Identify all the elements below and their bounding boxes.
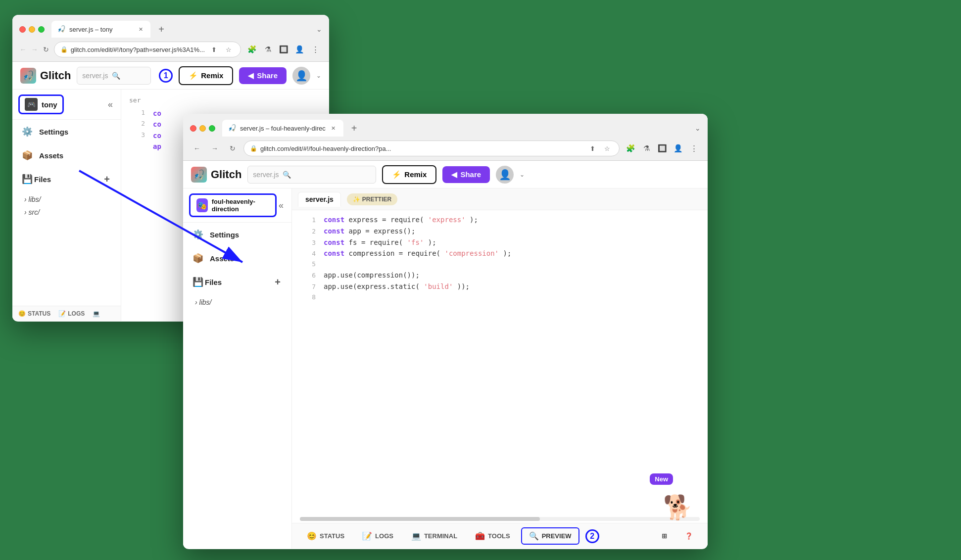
forward-button-w1[interactable]: → — [31, 43, 38, 56]
share-address-w1[interactable]: ⬆ — [208, 44, 220, 55]
glitch-logo-w2[interactable]: 🎣 Glitch — [191, 167, 241, 183]
address-text-w1: glitch.com/edit/#!/tony?path=server.js%3… — [71, 46, 205, 53]
code-line-6-w2: 6 app.use(compression()); — [292, 270, 708, 281]
terminal-button-w2[interactable]: 💻 TERMINAL — [404, 528, 464, 544]
maximize-button-w2[interactable] — [209, 125, 215, 132]
tab-title-w2: server.js – foul-heavenly-direc — [240, 125, 326, 132]
profile-w2[interactable]: 👤 — [671, 141, 685, 155]
bottom-bar-w2: 😊 STATUS 📝 LOGS 💻 TERMINAL 🧰 TOOLS — [292, 523, 708, 549]
tools-button-w2[interactable]: 🧰 TOOLS — [468, 528, 517, 544]
menu-w2[interactable]: ⋮ — [687, 141, 701, 155]
extensions-w1[interactable]: 🧩 — [245, 43, 259, 56]
new-tab-button-w2[interactable]: + — [347, 121, 361, 135]
avatar-chevron-w2[interactable]: ⌄ — [520, 171, 525, 178]
search-bar-w1[interactable]: server.js 🔍 — [77, 67, 151, 85]
add-file-button-w1[interactable]: + — [101, 173, 113, 185]
share-address-w2[interactable]: ⬆ — [586, 142, 598, 154]
sidebar-w1: 🎮 tony « ⚙️ Settings 📦 Assets 💾 Files + — [12, 90, 121, 321]
sidebar-item-assets-w1[interactable]: 📦 Assets — [12, 143, 121, 167]
profile-w1[interactable]: 👤 — [292, 43, 306, 56]
extensions-w2[interactable]: 🧩 — [624, 141, 637, 155]
menu-w1[interactable]: ⋮ — [308, 43, 322, 56]
step-number-1: 1 — [159, 69, 173, 83]
maximize-button-w1[interactable] — [38, 26, 45, 33]
user-avatar-w2[interactable]: 👤 — [496, 166, 514, 184]
close-button-w2[interactable] — [190, 125, 196, 132]
grid-icon-w2: ⊞ — [662, 532, 667, 540]
reload-button-w1[interactable]: ↻ — [42, 43, 49, 56]
tab-close-w2[interactable]: ✕ — [330, 124, 337, 132]
tab-search-w1[interactable]: 🔲 — [277, 43, 290, 56]
terminal-button-w1[interactable]: 💻 — [93, 310, 100, 317]
browser-tab-w1[interactable]: 🎣 server.js – tony ✕ — [51, 21, 150, 38]
code-content-6-w2: app.use(compression()); — [324, 270, 420, 280]
bookmark-w2[interactable]: ☆ — [601, 142, 613, 154]
flask-w2[interactable]: ⚗ — [639, 141, 653, 155]
share-button-w2[interactable]: ◀ Share — [442, 166, 490, 183]
flask-w1[interactable]: ⚗ — [261, 43, 275, 56]
editor-tab-label: server.js — [305, 195, 334, 203]
minimize-button-w1[interactable] — [29, 26, 35, 33]
share-icon-w2: ◀ — [451, 170, 457, 179]
address-bar-w1[interactable]: 🔒 glitch.com/edit/#!/tony?path=server.js… — [54, 42, 241, 57]
back-button-w1[interactable]: ← — [19, 43, 27, 56]
remix-button-w1[interactable]: ⚡ Remix — [179, 66, 233, 85]
reload-button-w2[interactable]: ↻ — [226, 141, 240, 155]
settings-icon-w1: ⚙️ — [20, 125, 34, 139]
code-editor-w2[interactable]: 1 const express = require( 'express' ); … — [292, 210, 708, 515]
add-file-button-w2[interactable]: + — [272, 276, 284, 288]
status-button-w2[interactable]: 😊 STATUS — [300, 528, 351, 544]
tab-overflow-w2[interactable]: ⌄ — [695, 124, 701, 132]
prettier-button-w2[interactable]: ✨ PRETTIER — [347, 193, 397, 205]
project-name-box-w1[interactable]: 🎮 tony — [18, 94, 64, 114]
remix-icon-w1: ⚡ — [189, 71, 198, 80]
search-bar-w2[interactable]: server.js 🔍 — [247, 166, 376, 184]
project-name-box-w2[interactable]: 🎭 foul-heavenly-direction — [189, 193, 277, 217]
search-icon-w2: 🔍 — [283, 171, 291, 179]
grid-button-w2[interactable]: ⊞ — [655, 529, 674, 543]
code-kw-3-w1: co — [153, 130, 161, 141]
address-bar-w2[interactable]: 🔒 glitch.com/edit/#!/foul-heavenly-direc… — [243, 140, 620, 156]
project-avatar-w1: 🎮 — [25, 98, 38, 111]
code-end-7-w2: )); — [457, 282, 470, 290]
share-button-w1[interactable]: ◀ Share — [239, 67, 287, 84]
new-tab-button-w1[interactable]: + — [154, 22, 168, 36]
collapse-button-w1[interactable]: « — [106, 97, 115, 112]
forward-button-w2[interactable]: → — [208, 141, 222, 155]
file-tree-src-w1[interactable]: › src/ — [12, 206, 121, 219]
scroll-indicator-w2[interactable] — [300, 517, 700, 521]
logs-button-w1[interactable]: 📝 LOGS — [58, 310, 85, 317]
bookmark-w1[interactable]: ☆ — [223, 44, 235, 55]
preview-button-w2[interactable]: 🔍 PREVIEW — [521, 527, 579, 545]
search-placeholder-w2: server.js — [253, 171, 279, 179]
browser-tab-w2[interactable]: 🎣 server.js – foul-heavenly-direc ✕ — [222, 120, 343, 137]
help-button-w2[interactable]: ❓ — [678, 529, 700, 543]
close-button-w1[interactable] — [19, 26, 26, 33]
code-content-4-w2: const compression = require( 'compressio… — [324, 248, 511, 259]
glitch-logo-w1[interactable]: 🎣 Glitch — [20, 68, 71, 84]
project-name-text-w2: foul-heavenly-direction — [212, 198, 269, 213]
file-tree-libs-w1[interactable]: › libs/ — [12, 193, 121, 206]
status-icon-bottom-w2: 😊 — [307, 531, 317, 541]
tab-overflow-w1[interactable]: ⌄ — [316, 25, 322, 33]
sidebar-item-settings-w2[interactable]: ⚙️ Settings — [183, 223, 291, 246]
tab-close-w1[interactable]: ✕ — [137, 25, 144, 33]
user-avatar-w1[interactable]: 👤 — [292, 67, 310, 85]
minimize-button-w2[interactable] — [199, 125, 206, 132]
editor-tab-server-js[interactable]: server.js — [298, 192, 341, 207]
remix-button-w2[interactable]: ⚡ Remix — [382, 165, 436, 184]
sidebar-item-assets-w2[interactable]: 📦 Assets — [183, 246, 291, 270]
sidebar-item-files-w2[interactable]: 💾 Files + — [183, 270, 291, 294]
line-num-1-w1: 1 — [129, 108, 145, 119]
lock-icon-w2: 🔒 — [250, 145, 257, 152]
file-tree-libs-w2[interactable]: › libs/ — [183, 296, 291, 309]
back-button-w2[interactable]: ← — [190, 141, 204, 155]
tab-search-w2[interactable]: 🔲 — [655, 141, 669, 155]
sidebar-item-files-w1[interactable]: 💾 Files + — [12, 167, 121, 191]
avatar-chevron-w1[interactable]: ⌄ — [316, 72, 321, 79]
sidebar-item-settings-w1[interactable]: ⚙️ Settings — [12, 120, 121, 143]
logs-button-w2[interactable]: 📝 LOGS — [355, 528, 400, 544]
status-button-w1[interactable]: 😊 STATUS — [18, 310, 50, 317]
collapse-button-w2[interactable]: « — [277, 198, 286, 213]
glitch-header-w2: 🎣 Glitch server.js 🔍 ⚡ Remix ◀ Share 👤 ⌄ — [183, 161, 708, 188]
